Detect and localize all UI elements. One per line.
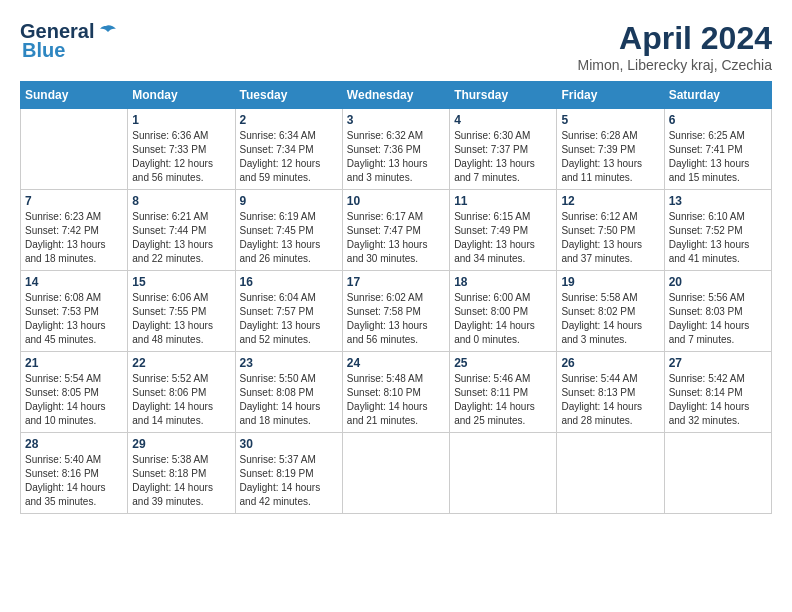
header-sunday: Sunday [21, 82, 128, 109]
calendar-week-1: 1Sunrise: 6:36 AM Sunset: 7:33 PM Daylig… [21, 109, 772, 190]
header-saturday: Saturday [664, 82, 771, 109]
day-info: Sunrise: 6:04 AM Sunset: 7:57 PM Dayligh… [240, 291, 338, 347]
calendar-cell: 27Sunrise: 5:42 AM Sunset: 8:14 PM Dayli… [664, 352, 771, 433]
day-info: Sunrise: 6:15 AM Sunset: 7:49 PM Dayligh… [454, 210, 552, 266]
logo: General Blue [20, 20, 116, 62]
day-number: 7 [25, 194, 123, 208]
day-info: Sunrise: 6:23 AM Sunset: 7:42 PM Dayligh… [25, 210, 123, 266]
day-number: 18 [454, 275, 552, 289]
day-number: 1 [132, 113, 230, 127]
calendar-cell: 22Sunrise: 5:52 AM Sunset: 8:06 PM Dayli… [128, 352, 235, 433]
calendar-cell: 6Sunrise: 6:25 AM Sunset: 7:41 PM Daylig… [664, 109, 771, 190]
day-info: Sunrise: 6:12 AM Sunset: 7:50 PM Dayligh… [561, 210, 659, 266]
day-info: Sunrise: 5:48 AM Sunset: 8:10 PM Dayligh… [347, 372, 445, 428]
calendar-cell: 1Sunrise: 6:36 AM Sunset: 7:33 PM Daylig… [128, 109, 235, 190]
day-info: Sunrise: 5:54 AM Sunset: 8:05 PM Dayligh… [25, 372, 123, 428]
calendar-cell: 20Sunrise: 5:56 AM Sunset: 8:03 PM Dayli… [664, 271, 771, 352]
calendar-cell [21, 109, 128, 190]
day-number: 26 [561, 356, 659, 370]
calendar-cell: 10Sunrise: 6:17 AM Sunset: 7:47 PM Dayli… [342, 190, 449, 271]
day-info: Sunrise: 5:38 AM Sunset: 8:18 PM Dayligh… [132, 453, 230, 509]
calendar-cell: 7Sunrise: 6:23 AM Sunset: 7:42 PM Daylig… [21, 190, 128, 271]
day-info: Sunrise: 5:40 AM Sunset: 8:16 PM Dayligh… [25, 453, 123, 509]
day-number: 14 [25, 275, 123, 289]
calendar-cell: 25Sunrise: 5:46 AM Sunset: 8:11 PM Dayli… [450, 352, 557, 433]
day-number: 17 [347, 275, 445, 289]
day-number: 20 [669, 275, 767, 289]
day-number: 3 [347, 113, 445, 127]
calendar-header-row: SundayMondayTuesdayWednesdayThursdayFrid… [21, 82, 772, 109]
day-number: 13 [669, 194, 767, 208]
day-number: 12 [561, 194, 659, 208]
day-number: 6 [669, 113, 767, 127]
title-area: April 2024 Mimon, Liberecky kraj, Czechi… [577, 20, 772, 73]
header: General Blue April 2024 Mimon, Liberecky… [20, 20, 772, 73]
day-info: Sunrise: 6:36 AM Sunset: 7:33 PM Dayligh… [132, 129, 230, 185]
calendar-cell: 11Sunrise: 6:15 AM Sunset: 7:49 PM Dayli… [450, 190, 557, 271]
header-monday: Monday [128, 82, 235, 109]
day-info: Sunrise: 5:58 AM Sunset: 8:02 PM Dayligh… [561, 291, 659, 347]
day-number: 23 [240, 356, 338, 370]
day-info: Sunrise: 6:30 AM Sunset: 7:37 PM Dayligh… [454, 129, 552, 185]
day-number: 16 [240, 275, 338, 289]
day-info: Sunrise: 6:06 AM Sunset: 7:55 PM Dayligh… [132, 291, 230, 347]
day-number: 11 [454, 194, 552, 208]
day-info: Sunrise: 5:42 AM Sunset: 8:14 PM Dayligh… [669, 372, 767, 428]
day-number: 30 [240, 437, 338, 451]
calendar-cell: 4Sunrise: 6:30 AM Sunset: 7:37 PM Daylig… [450, 109, 557, 190]
day-number: 9 [240, 194, 338, 208]
day-info: Sunrise: 5:50 AM Sunset: 8:08 PM Dayligh… [240, 372, 338, 428]
day-info: Sunrise: 5:37 AM Sunset: 8:19 PM Dayligh… [240, 453, 338, 509]
calendar-cell: 23Sunrise: 5:50 AM Sunset: 8:08 PM Dayli… [235, 352, 342, 433]
calendar-cell: 28Sunrise: 5:40 AM Sunset: 8:16 PM Dayli… [21, 433, 128, 514]
day-number: 29 [132, 437, 230, 451]
day-number: 22 [132, 356, 230, 370]
day-info: Sunrise: 6:08 AM Sunset: 7:53 PM Dayligh… [25, 291, 123, 347]
header-tuesday: Tuesday [235, 82, 342, 109]
day-number: 10 [347, 194, 445, 208]
day-number: 28 [25, 437, 123, 451]
calendar: SundayMondayTuesdayWednesdayThursdayFrid… [20, 81, 772, 514]
header-wednesday: Wednesday [342, 82, 449, 109]
day-info: Sunrise: 5:56 AM Sunset: 8:03 PM Dayligh… [669, 291, 767, 347]
calendar-cell: 13Sunrise: 6:10 AM Sunset: 7:52 PM Dayli… [664, 190, 771, 271]
calendar-cell: 30Sunrise: 5:37 AM Sunset: 8:19 PM Dayli… [235, 433, 342, 514]
calendar-week-2: 7Sunrise: 6:23 AM Sunset: 7:42 PM Daylig… [21, 190, 772, 271]
calendar-week-4: 21Sunrise: 5:54 AM Sunset: 8:05 PM Dayli… [21, 352, 772, 433]
calendar-cell: 29Sunrise: 5:38 AM Sunset: 8:18 PM Dayli… [128, 433, 235, 514]
calendar-cell: 9Sunrise: 6:19 AM Sunset: 7:45 PM Daylig… [235, 190, 342, 271]
day-number: 25 [454, 356, 552, 370]
calendar-cell: 19Sunrise: 5:58 AM Sunset: 8:02 PM Dayli… [557, 271, 664, 352]
day-info: Sunrise: 6:32 AM Sunset: 7:36 PM Dayligh… [347, 129, 445, 185]
day-number: 27 [669, 356, 767, 370]
day-number: 5 [561, 113, 659, 127]
day-info: Sunrise: 6:17 AM Sunset: 7:47 PM Dayligh… [347, 210, 445, 266]
header-thursday: Thursday [450, 82, 557, 109]
calendar-cell: 8Sunrise: 6:21 AM Sunset: 7:44 PM Daylig… [128, 190, 235, 271]
day-info: Sunrise: 6:28 AM Sunset: 7:39 PM Dayligh… [561, 129, 659, 185]
day-number: 8 [132, 194, 230, 208]
day-info: Sunrise: 6:34 AM Sunset: 7:34 PM Dayligh… [240, 129, 338, 185]
day-number: 21 [25, 356, 123, 370]
day-info: Sunrise: 6:00 AM Sunset: 8:00 PM Dayligh… [454, 291, 552, 347]
calendar-cell: 17Sunrise: 6:02 AM Sunset: 7:58 PM Dayli… [342, 271, 449, 352]
day-info: Sunrise: 6:10 AM Sunset: 7:52 PM Dayligh… [669, 210, 767, 266]
day-number: 19 [561, 275, 659, 289]
calendar-cell: 3Sunrise: 6:32 AM Sunset: 7:36 PM Daylig… [342, 109, 449, 190]
logo-bird-icon [96, 24, 116, 40]
day-info: Sunrise: 6:19 AM Sunset: 7:45 PM Dayligh… [240, 210, 338, 266]
day-number: 4 [454, 113, 552, 127]
header-friday: Friday [557, 82, 664, 109]
calendar-cell: 2Sunrise: 6:34 AM Sunset: 7:34 PM Daylig… [235, 109, 342, 190]
day-info: Sunrise: 5:46 AM Sunset: 8:11 PM Dayligh… [454, 372, 552, 428]
calendar-cell: 24Sunrise: 5:48 AM Sunset: 8:10 PM Dayli… [342, 352, 449, 433]
calendar-cell [557, 433, 664, 514]
logo-blue: Blue [22, 39, 65, 62]
calendar-cell [664, 433, 771, 514]
calendar-cell: 16Sunrise: 6:04 AM Sunset: 7:57 PM Dayli… [235, 271, 342, 352]
calendar-cell: 14Sunrise: 6:08 AM Sunset: 7:53 PM Dayli… [21, 271, 128, 352]
day-info: Sunrise: 6:02 AM Sunset: 7:58 PM Dayligh… [347, 291, 445, 347]
calendar-cell: 12Sunrise: 6:12 AM Sunset: 7:50 PM Dayli… [557, 190, 664, 271]
day-info: Sunrise: 5:44 AM Sunset: 8:13 PM Dayligh… [561, 372, 659, 428]
calendar-cell: 26Sunrise: 5:44 AM Sunset: 8:13 PM Dayli… [557, 352, 664, 433]
